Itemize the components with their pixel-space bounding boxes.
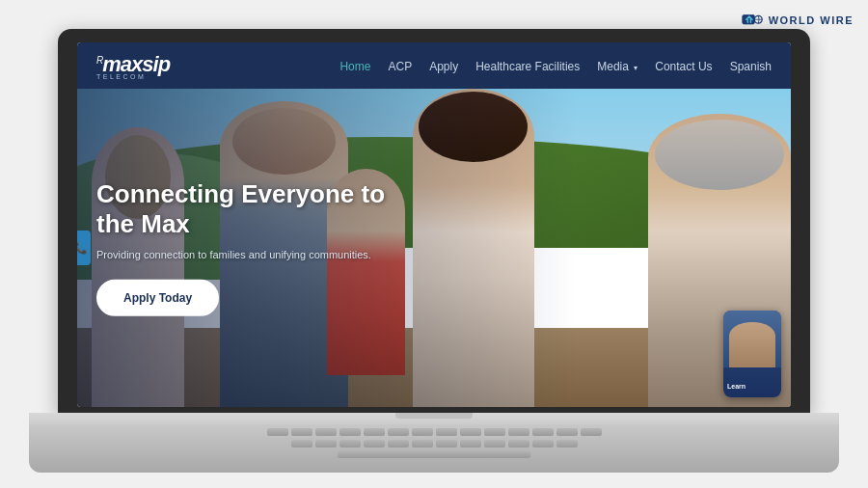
key (388, 428, 409, 436)
key (388, 440, 409, 447)
nav-item-media[interactable]: Media ▾ (597, 57, 637, 74)
hero-title: Connecting Everyone to the Max (96, 179, 386, 239)
key (364, 428, 385, 436)
spacebar (338, 450, 530, 458)
video-widget: Learn (723, 311, 781, 397)
hero-subtitle: Providing connection to families and uni… (96, 249, 386, 260)
keyboard-row-3 (29, 447, 839, 458)
world-wire-label: WORLD WIRE (769, 14, 854, 26)
site-navbar: Rmaxsip TELECOM Home ACP Apply (77, 42, 791, 89)
nav-link-spanish[interactable]: Spanish (730, 60, 772, 73)
key (412, 440, 433, 447)
screen-inner: Rmaxsip TELECOM Home ACP Apply (77, 42, 791, 407)
nav-item-healthcare[interactable]: Healthcare Facilities (475, 57, 580, 74)
key (460, 428, 481, 436)
phone-symbol: 📞 (77, 241, 88, 255)
key (508, 428, 529, 436)
widget-label: Learn (727, 383, 746, 390)
key (532, 428, 554, 436)
hero-content: Connecting Everyone to the Max Providing… (96, 179, 386, 316)
key (436, 428, 457, 436)
keyboard-row-2 (29, 436, 839, 447)
nav-links: Home ACP Apply Healthcare Facilities Med… (339, 57, 772, 74)
key (556, 440, 578, 447)
nav-link-home[interactable]: Home (339, 60, 370, 73)
nav-item-spanish[interactable]: Spanish (730, 57, 772, 74)
logo-max: max (102, 52, 142, 76)
widget-person (729, 322, 775, 367)
laptop-container: Rmaxsip TELECOM Home ACP Apply (58, 29, 810, 473)
nav-link-contact[interactable]: Contact Us (655, 60, 712, 73)
hero-section: 📞 Connecting Everyone to the Max Providi… (77, 89, 791, 407)
laptop-screen: Rmaxsip TELECOM Home ACP Apply (58, 29, 810, 415)
apply-today-button[interactable]: Apply Today (96, 280, 219, 316)
key (291, 440, 312, 447)
nav-link-acp[interactable]: ACP (388, 60, 412, 73)
key (339, 428, 361, 436)
key (315, 440, 337, 447)
laptop-keyboard (29, 424, 839, 473)
key (484, 428, 505, 436)
nav-item-home[interactable]: Home (339, 57, 370, 74)
keyboard-row-1 (29, 424, 839, 436)
key (460, 440, 481, 447)
nav-item-acp[interactable]: ACP (388, 57, 412, 74)
key (267, 428, 288, 436)
nav-link-healthcare[interactable]: Healthcare Facilities (475, 60, 580, 73)
site-logo: Rmaxsip TELECOM (96, 52, 170, 80)
key (364, 440, 385, 447)
key (291, 428, 312, 436)
world-wire-icon (742, 10, 763, 31)
world-wire-brand: WORLD WIRE (742, 10, 854, 31)
widget-thumbnail (723, 311, 781, 367)
nav-item-apply[interactable]: Apply (429, 57, 458, 74)
key (315, 428, 337, 436)
nav-link-apply[interactable]: Apply (429, 60, 458, 73)
nav-item-contact[interactable]: Contact Us (655, 57, 712, 74)
key (436, 440, 457, 447)
media-chevron-icon: ▾ (634, 64, 637, 72)
logo-sip: sip (142, 52, 170, 76)
key (581, 428, 602, 436)
key (339, 440, 361, 447)
nav-link-media[interactable]: Media ▾ (597, 60, 637, 73)
key (532, 440, 554, 447)
key (508, 440, 529, 447)
key (556, 428, 578, 436)
phone-icon[interactable]: 📞 (77, 230, 91, 265)
key (412, 428, 433, 436)
key (484, 440, 505, 447)
